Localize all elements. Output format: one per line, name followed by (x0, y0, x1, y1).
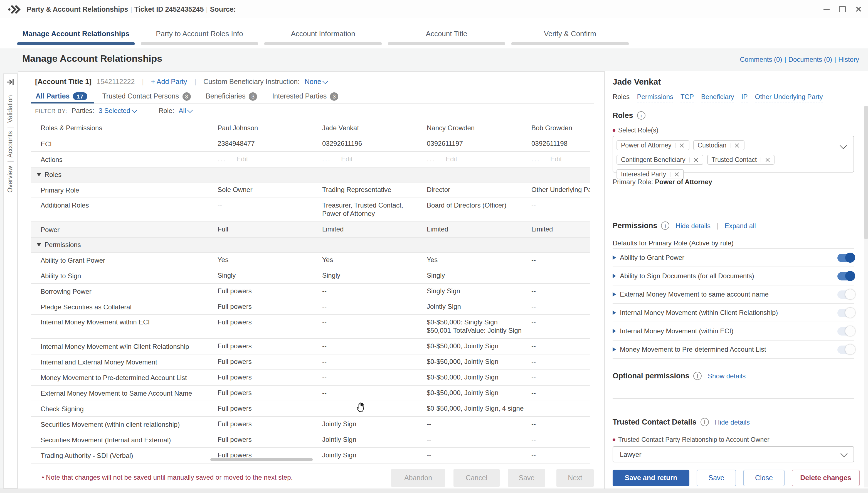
permission-toggle-row: Internal Money Movement (within Client R… (613, 303, 854, 322)
permission-toggle[interactable] (838, 308, 854, 317)
collapse-triangle-icon[interactable] (37, 243, 41, 246)
info-icon[interactable] (693, 372, 702, 380)
party-tab[interactable]: Interested Parties 3 (272, 90, 338, 103)
add-party-link[interactable]: + Add Party (151, 78, 187, 86)
step-tab-1[interactable]: Manage Account Relationships (16, 18, 136, 48)
save-and-return-button[interactable]: Save and return (613, 470, 689, 486)
history-link[interactable]: History (838, 56, 859, 63)
rail-item-validation[interactable]: Validation (7, 95, 13, 123)
expand-panel-icon[interactable] (6, 78, 15, 88)
remove-chip-icon[interactable] (675, 143, 685, 148)
expand-triangle-icon[interactable] (613, 347, 616, 352)
close-icon[interactable] (855, 6, 861, 12)
cancel-button[interactable]: Cancel (454, 469, 500, 487)
detail-nav-tcp[interactable]: TCP (680, 93, 694, 102)
delete-changes-button[interactable]: Delete changes (792, 470, 860, 486)
remove-chip-icon[interactable] (761, 157, 770, 162)
rail-item-accounts[interactable]: Accounts (7, 131, 13, 158)
party-tab[interactable]: Trusted Contact Persons 3 (102, 90, 191, 103)
roles-multiselect[interactable]: Power of Attorney Custodian Contingent B… (613, 136, 854, 172)
step-tab-5[interactable]: Verify & Confirm (510, 18, 630, 48)
permission-toggle[interactable] (838, 272, 854, 280)
detail-nav-permissions[interactable]: Permissions (637, 93, 673, 102)
abandon-button[interactable]: Abandon (391, 469, 445, 487)
expand-triangle-icon[interactable] (613, 310, 616, 315)
edit-link[interactable]: Edit (237, 155, 248, 164)
step-tab-3[interactable]: Account Information (263, 18, 383, 48)
info-icon[interactable] (637, 111, 646, 120)
table-group-row[interactable]: Roles (31, 168, 590, 183)
chevron-down-icon[interactable] (840, 142, 847, 149)
permission-toggle[interactable] (838, 254, 854, 262)
party-tab[interactable]: Beneficiaries 3 (205, 90, 257, 103)
close-button[interactable]: Close (743, 470, 784, 486)
parties-filter-dropdown[interactable]: 3 Selected (99, 107, 136, 115)
party-tab[interactable]: All Parties 17 (36, 90, 87, 103)
permission-toggle[interactable] (838, 327, 854, 335)
permission-label: Ability to Sign Documents (for all Docum… (620, 272, 754, 280)
edit-link[interactable]: Edit (341, 155, 352, 164)
step-tab-underline (17, 42, 135, 45)
table-row: Pledge Securities as Collateral Full pow… (31, 299, 590, 315)
detail-nav-ip[interactable]: IP (741, 93, 748, 102)
step-tab-4[interactable]: Account Title (387, 18, 506, 48)
permission-toggle[interactable] (838, 290, 854, 299)
panel-scrollbar-thumb[interactable] (864, 106, 868, 239)
remove-chip-icon[interactable] (730, 143, 740, 148)
app-window: Party & Account Relationships | Ticket I… (0, 0, 868, 493)
expand-triangle-icon[interactable] (613, 292, 616, 297)
edit-link[interactable]: Edit (446, 155, 457, 164)
table-cell: Jointly Sign (314, 420, 419, 428)
panel-buttons: Save and returnSaveCloseDelete changes (613, 470, 860, 486)
expand-triangle-icon[interactable] (613, 255, 616, 260)
collapse-triangle-icon[interactable] (37, 173, 41, 176)
documents-link[interactable]: Documents (0) (788, 56, 832, 63)
save-button[interactable]: Save (697, 470, 736, 486)
minimize-icon[interactable] (824, 8, 830, 10)
tcd-hide-details-link[interactable]: Hide details (715, 418, 750, 426)
collapsed-left-panel[interactable]: Overview|Accounts|Validation (3, 73, 18, 489)
remove-chip-icon[interactable] (689, 157, 699, 162)
table-row: Additional Roles -- Treasurer, Trusted C… (31, 198, 590, 222)
step-tab-2[interactable]: Party to Account Roles Info (140, 18, 259, 48)
table-cell: Full powers (210, 436, 314, 444)
expand-triangle-icon[interactable] (613, 274, 616, 278)
table-group-row[interactable]: Permissions (31, 238, 590, 253)
next-button[interactable]: Next (557, 469, 594, 487)
table-cell: -- (210, 201, 314, 210)
table-row-label: Power (31, 226, 210, 233)
custom-beneficiary-dropdown[interactable]: None (305, 78, 327, 86)
comments-link[interactable]: Comments (0) (740, 56, 782, 63)
tcd-relationship-dropdown[interactable]: Lawyer (613, 446, 854, 463)
ticket-id: Ticket ID 2452435245 (134, 5, 204, 13)
horizontal-scrollbar-thumb[interactable] (210, 458, 313, 461)
more-actions-icon[interactable]: ... (531, 155, 540, 163)
remove-chip-icon[interactable] (670, 172, 679, 177)
detail-nav-other-underlying-party[interactable]: Other Underlying Party (755, 93, 823, 102)
info-icon[interactable] (700, 418, 709, 426)
save-button-disabled[interactable]: Save (508, 469, 545, 487)
show-details-link[interactable]: Show details (708, 372, 745, 380)
permission-toggle[interactable] (838, 345, 854, 353)
custom-beneficiary-label: Custom Beneficiary Instruction: (203, 78, 300, 86)
info-icon[interactable] (661, 221, 670, 230)
expand-all-link[interactable]: Expand all (725, 222, 756, 230)
edit-link[interactable]: Edit (550, 155, 562, 164)
column-header: Roles & Permissions (31, 124, 210, 132)
maximize-icon[interactable] (839, 6, 846, 12)
more-actions-icon[interactable]: ... (322, 155, 331, 163)
more-actions-icon[interactable]: ... (218, 155, 226, 163)
table-cell: Singly Sign (419, 287, 524, 296)
role-filter-dropdown[interactable]: All (179, 107, 192, 115)
table-cell: Limited (524, 226, 590, 234)
table-cell: ...Edit (314, 155, 419, 164)
expand-triangle-icon[interactable] (613, 329, 616, 333)
table-cell: Full powers (210, 373, 314, 382)
table-row-label: Securities Movement (Internal and Extern… (31, 436, 210, 444)
detail-nav-beneficiary[interactable]: Beneficiary (701, 93, 734, 102)
rail-item-overview[interactable]: Overview (7, 166, 13, 193)
hide-details-link[interactable]: Hide details (676, 222, 711, 230)
role-chip: Trusted Contact (707, 155, 775, 165)
more-actions-icon[interactable]: ... (427, 155, 436, 163)
table-cell: -- (524, 373, 590, 382)
